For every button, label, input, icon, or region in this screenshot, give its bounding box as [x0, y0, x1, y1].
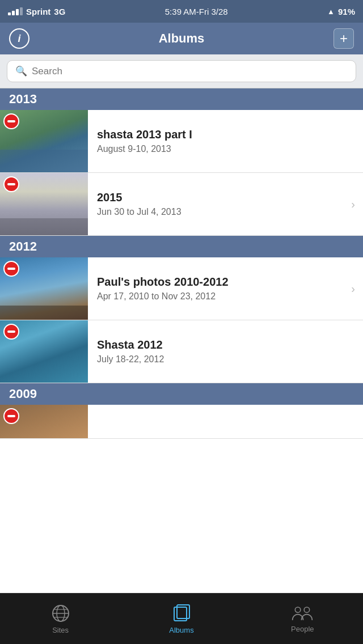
section-header-2012: 2012: [0, 236, 363, 257]
album-name: shasta 2013 part I: [97, 128, 354, 141]
tab-bar: Sites Albums People: [0, 593, 363, 644]
globe-icon: [51, 604, 70, 623]
album-thumbnail: [0, 405, 88, 439]
status-time: 5:39 AM-Fri 3/28: [165, 7, 228, 16]
album-date: August 9-10, 2013: [97, 144, 354, 154]
status-left: Sprint 3G: [8, 7, 65, 16]
album-thumbnail: [0, 257, 88, 320]
album-date: Jun 30 to Jul 4, 2013: [97, 207, 342, 217]
no-entry-icon: [3, 408, 20, 425]
album-info: 2015 Jun 30 to Jul 4, 2013: [88, 183, 351, 225]
album-row[interactable]: shasta 2013 part I August 9-10, 2013: [0, 110, 363, 173]
no-entry-icon: [3, 324, 20, 341]
tab-albums[interactable]: Albums: [121, 594, 242, 644]
album-info: [88, 414, 363, 430]
album-row[interactable]: [0, 405, 363, 439]
status-right: ▲ 91%: [327, 7, 355, 16]
section-header-2009: 2009: [0, 383, 363, 405]
album-thumbnail: [0, 320, 88, 383]
carrier-label: Sprint: [26, 7, 50, 16]
nav-title: Albums: [159, 31, 205, 46]
people-icon: [292, 605, 313, 622]
network-label: 3G: [54, 7, 65, 16]
album-row[interactable]: Shasta 2012 July 18-22, 2012: [0, 320, 363, 383]
search-bar-container: 🔍: [0, 54, 363, 88]
signal-bars: [8, 7, 23, 15]
album-info: shasta 2013 part I August 9-10, 2013: [88, 120, 363, 162]
album-date: July 18-22, 2012: [97, 354, 354, 365]
svg-point-7: [296, 607, 301, 612]
album-date: Apr 17, 2010 to Nov 23, 2012: [97, 291, 342, 302]
search-input-wrapper: 🔍: [7, 60, 356, 82]
album-thumbnail: [0, 110, 88, 172]
tab-people[interactable]: People: [242, 594, 363, 644]
albums-content: 2013 shasta 2013 part I August 9-10, 201…: [0, 88, 363, 593]
tab-people-label: People: [291, 625, 314, 633]
location-icon: ▲: [327, 7, 335, 16]
album-info: Shasta 2012 July 18-22, 2012: [88, 331, 363, 372]
tab-albums-label: Albums: [169, 626, 193, 634]
status-bar: Sprint 3G 5:39 AM-Fri 3/28 ▲ 91%: [0, 0, 363, 23]
albums-icon: [173, 604, 190, 623]
album-info: Paul's photos 2010-2012 Apr 17, 2010 to …: [88, 268, 351, 310]
battery-label: 91%: [338, 7, 355, 16]
tab-sites-label: Sites: [52, 626, 69, 634]
no-entry-icon: [3, 113, 20, 130]
no-entry-icon: [3, 261, 20, 278]
section-header-2013: 2013: [0, 88, 363, 110]
album-name: Shasta 2012: [97, 338, 354, 351]
album-row[interactable]: Paul's photos 2010-2012 Apr 17, 2010 to …: [0, 257, 363, 320]
no-entry-icon: [3, 176, 20, 193]
chevron-right-icon: ›: [351, 198, 363, 211]
album-thumbnail: [0, 173, 88, 235]
add-album-button[interactable]: +: [334, 28, 354, 49]
svg-point-8: [304, 607, 310, 612]
search-icon: 🔍: [15, 65, 27, 77]
chevron-right-icon: ›: [351, 282, 363, 295]
album-row[interactable]: 2015 Jun 30 to Jul 4, 2013 ›: [0, 173, 363, 236]
album-name: Paul's photos 2010-2012: [97, 276, 342, 289]
nav-bar: i Albums +: [0, 23, 363, 54]
album-name: 2015: [97, 191, 342, 204]
tab-sites[interactable]: Sites: [0, 594, 121, 644]
search-input[interactable]: [32, 66, 348, 77]
info-button[interactable]: i: [9, 28, 29, 49]
